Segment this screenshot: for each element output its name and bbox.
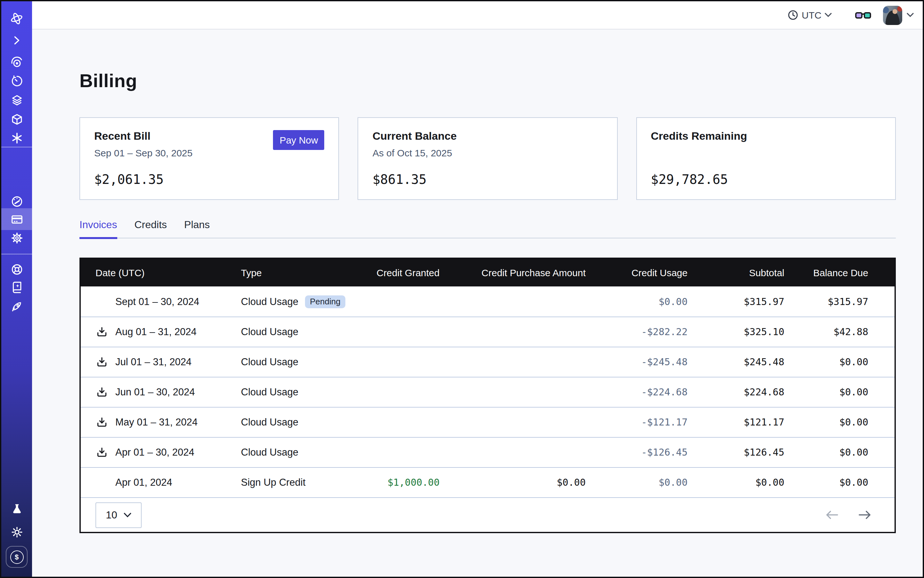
invoice-date: Jun 01 – 30, 2024	[115, 386, 195, 398]
column-header: Type	[241, 267, 350, 278]
date-cell: May 01 – 31, 2024	[81, 416, 241, 429]
layers-icon	[10, 93, 23, 107]
sidebar-item-labs[interactable]	[1, 500, 32, 518]
chevron-down-icon	[907, 13, 914, 17]
clock-icon	[788, 10, 798, 21]
timer-clock-icon	[10, 74, 23, 88]
balance-due-value: $0.00	[784, 477, 868, 488]
balance-due-value: $315.97	[784, 296, 868, 307]
current-balance-card: Current Balance As of Oct 15, 2025 $861.…	[358, 117, 618, 200]
previous-page-button[interactable]	[825, 510, 839, 520]
date-cell: Jul 01 – 31, 2024	[81, 356, 241, 369]
tab-invoices[interactable]: Invoices	[80, 219, 117, 238]
type-cell: Cloud Usage	[241, 417, 350, 428]
asterisk-icon	[10, 131, 23, 144]
page-size-value: 10	[106, 509, 117, 521]
glasses-icon[interactable]	[855, 9, 872, 21]
invoice-type: Cloud Usage	[241, 446, 298, 458]
credits-remaining-amount: $29,782.65	[651, 172, 728, 187]
next-page-button[interactable]	[858, 510, 872, 520]
credit-usage-value: -$282.22	[586, 326, 688, 338]
invoice-date: Jul 01 – 31, 2024	[115, 356, 192, 368]
sidebar-item-docs[interactable]	[1, 278, 32, 296]
invoice-type: Sign Up Credit	[241, 477, 306, 488]
sun-icon	[10, 525, 23, 539]
credit-usage-value: -$121.17	[586, 417, 688, 428]
sidebar-item-containers[interactable]	[1, 110, 32, 128]
type-cell: Cloud Usage	[241, 326, 350, 338]
sidebar-item-observability[interactable]	[1, 53, 32, 71]
date-cell: Apr 01, 2024	[81, 476, 241, 489]
sidebar-item-support[interactable]	[1, 260, 32, 278]
invoice-table-body: Sept 01 – 30, 2024Cloud UsagePending$0.0…	[81, 286, 895, 497]
app-window: $ UTC Billing Recent Bill	[0, 0, 924, 578]
sidebar-item-settings[interactable]	[1, 229, 32, 247]
invoice-table: Date (UTC) Type Credit Granted Credit Pu…	[80, 258, 896, 533]
column-header: Credit Granted	[350, 267, 440, 278]
table-row: Jul 01 – 31, 2024Cloud Usage-$245.48$245…	[81, 347, 895, 377]
chevron-right-icon	[10, 34, 23, 47]
dollar-seal-icon: $	[10, 550, 23, 563]
orbit-logo-icon	[10, 11, 24, 26]
credit-usage-value: -$224.68	[586, 386, 688, 398]
download-icon	[96, 386, 108, 398]
sidebar: $	[1, 1, 32, 577]
credits-remaining-card: Credits Remaining $29,782.65	[636, 117, 896, 200]
pagination	[825, 510, 872, 520]
gear-icon	[10, 231, 23, 244]
column-header: Credit Purchase Amount	[440, 267, 586, 278]
sidebar-item-layers[interactable]	[1, 91, 32, 109]
type-cell: Cloud Usage	[241, 446, 350, 458]
balance-due-value: $0.00	[784, 356, 868, 368]
download-slot-empty	[96, 476, 108, 489]
chevron-down-icon	[123, 512, 132, 518]
earn-credits-button[interactable]: $	[6, 546, 28, 568]
date-cell: Sept 01 – 30, 2024	[81, 295, 241, 308]
balance-due-value: $0.00	[784, 417, 868, 428]
table-row: Aug 01 – 31, 2024Cloud Usage-$282.22$325…	[81, 317, 895, 347]
sidebar-item-logo[interactable]	[1, 10, 32, 28]
credit-card-icon	[10, 213, 23, 226]
pay-now-button[interactable]: Pay Now	[273, 130, 325, 150]
timezone-selector[interactable]: UTC	[788, 10, 832, 21]
theme-toggle[interactable]	[1, 523, 32, 541]
download-icon	[96, 326, 108, 338]
column-header: Date (UTC)	[81, 267, 241, 278]
credit-usage-value: $0.00	[586, 296, 688, 307]
sidebar-item-usage[interactable]	[1, 192, 32, 210]
current-balance-amount: $861.35	[373, 172, 427, 187]
download-invoice-button[interactable]	[96, 356, 108, 369]
download-icon	[96, 417, 108, 428]
lifebuoy-icon	[10, 262, 23, 276]
tab-credits[interactable]: Credits	[134, 219, 167, 238]
balance-due-value: $42.88	[784, 326, 868, 338]
download-invoice-button[interactable]	[96, 386, 108, 399]
credit-usage-value: -$126.45	[586, 446, 688, 458]
page-size-select[interactable]: 10	[96, 502, 141, 528]
table-row: May 01 – 31, 2024Cloud Usage-$121.17$121…	[81, 407, 895, 437]
summary-cards: Recent Bill Sep 01 – Sep 30, 2025 $2,061…	[80, 117, 896, 200]
invoice-type: Cloud Usage	[241, 326, 298, 338]
date-cell: Apr 01 – 30, 2024	[81, 446, 241, 459]
gauge-icon	[10, 195, 23, 208]
sidebar-item-billing[interactable]	[1, 208, 32, 230]
date-cell: Aug 01 – 31, 2024	[81, 326, 241, 338]
download-invoice-button[interactable]	[96, 416, 108, 429]
download-invoice-button[interactable]	[96, 326, 108, 338]
invoice-type: Cloud Usage	[241, 296, 298, 307]
download-slot-empty	[96, 295, 108, 308]
tab-plans[interactable]: Plans	[184, 219, 210, 238]
user-menu[interactable]	[883, 5, 914, 25]
credit-usage-value: $0.00	[586, 477, 688, 488]
sidebar-item-getting-started[interactable]	[1, 297, 32, 315]
subtotal-value: $121.17	[688, 417, 784, 428]
invoice-date: Apr 01 – 30, 2024	[115, 446, 195, 458]
download-invoice-button[interactable]	[96, 446, 108, 459]
subtotal-value: $0.00	[688, 477, 784, 488]
sidebar-collapse-toggle[interactable]	[1, 31, 32, 49]
book-sparkle-icon	[10, 280, 23, 294]
sidebar-item-schedules[interactable]	[1, 72, 32, 90]
invoice-type: Cloud Usage	[241, 386, 298, 398]
table-row: Jun 01 – 30, 2024Cloud Usage-$224.68$224…	[81, 377, 895, 407]
sidebar-item-secrets[interactable]	[1, 129, 32, 147]
